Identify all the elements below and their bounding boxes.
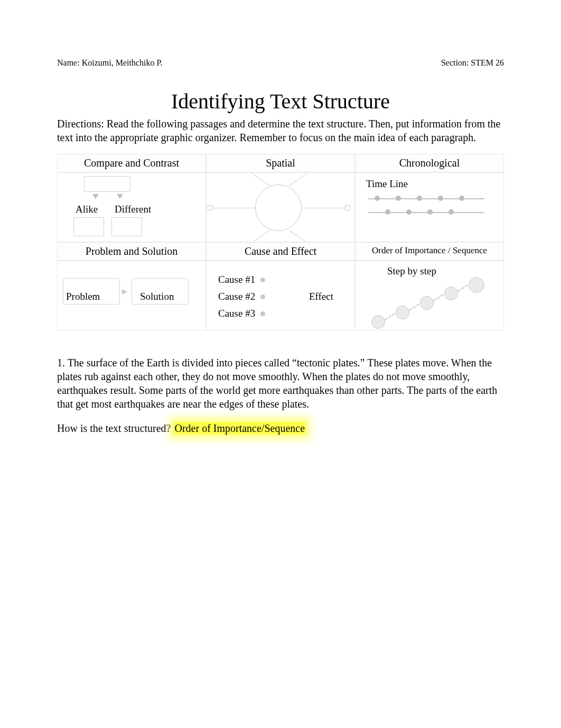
question-1-answer: Order of Importance/Sequence bbox=[174, 422, 306, 435]
header-row: Name: Koizumi, Meithchiko P. Section: ST… bbox=[57, 58, 504, 68]
cause-2-label: Cause #2 bbox=[218, 291, 255, 302]
spatial-circle-icon bbox=[255, 185, 302, 231]
cc-right-box bbox=[111, 217, 142, 236]
spatial-line-br bbox=[289, 231, 313, 242]
section-value: STEM 26 bbox=[471, 58, 504, 67]
problem-solution-header: Problem and Solution bbox=[57, 242, 206, 261]
student-section: Section: STEM 26 bbox=[441, 58, 504, 68]
question-1-prompt: How is the text structured? bbox=[57, 422, 174, 434]
cause-3-label: Cause #3 bbox=[218, 308, 255, 319]
cause-dot-icon bbox=[260, 294, 265, 299]
effect-label: Effect bbox=[309, 291, 333, 302]
seq-step-icon bbox=[371, 315, 385, 329]
solution-label: Solution bbox=[140, 291, 174, 302]
cause-effect-cell: Cause #1 Cause #2 Cause #3 Effect bbox=[206, 261, 355, 330]
ps-arrow-icon bbox=[122, 289, 127, 294]
name-value: Koizumi, Meithchiko P. bbox=[82, 58, 163, 67]
cc-different-label: Different bbox=[115, 204, 151, 215]
timeline-caption: Time Line bbox=[366, 178, 408, 190]
organizers-grid: Compare and Contrast Spatial Chronologic… bbox=[57, 154, 504, 330]
cause-effect-header: Cause and Effect bbox=[206, 242, 355, 261]
sequence-caption: Step by step bbox=[387, 265, 436, 277]
spatial-line-bl bbox=[246, 231, 270, 242]
spatial-line-left bbox=[210, 208, 255, 208]
sequence-cell: Step by step bbox=[355, 261, 504, 330]
cause-3-row: Cause #3 bbox=[218, 308, 265, 319]
spatial-node bbox=[208, 205, 213, 210]
seq-link-icon bbox=[433, 294, 444, 301]
compare-contrast-cell: Alike Different bbox=[57, 172, 206, 242]
cause-1-label: Cause #1 bbox=[218, 274, 255, 285]
problem-label: Problem bbox=[66, 291, 100, 302]
chronological-cell: Time Line bbox=[355, 172, 504, 242]
cc-alike-label: Alike bbox=[76, 204, 98, 215]
cause-dot-icon bbox=[260, 311, 265, 316]
seq-link-icon bbox=[457, 284, 468, 291]
problem-solution-cell: Problem Solution bbox=[57, 261, 206, 330]
cc-right-arrow-icon bbox=[117, 194, 123, 199]
page-title: Identifying Text Structure bbox=[57, 89, 504, 114]
seq-step-icon bbox=[469, 277, 484, 293]
spatial-node bbox=[345, 205, 350, 210]
spatial-line-right bbox=[302, 208, 347, 208]
directions-text: Directions: Read the following passages … bbox=[57, 117, 504, 144]
cc-left-arrow-icon bbox=[92, 194, 99, 199]
seq-step-icon bbox=[420, 296, 434, 310]
spatial-line-tl bbox=[246, 172, 270, 186]
spatial-header: Spatial bbox=[206, 154, 355, 172]
compare-contrast-header: Compare and Contrast bbox=[57, 154, 206, 172]
student-name: Name: Koizumi, Meithchiko P. bbox=[57, 58, 163, 68]
seq-step-icon bbox=[396, 306, 409, 319]
spatial-line-tr bbox=[289, 172, 313, 186]
cc-top-box bbox=[84, 176, 130, 192]
seq-link-icon bbox=[385, 313, 395, 320]
seq-link-icon bbox=[409, 303, 419, 310]
spatial-cell bbox=[206, 172, 355, 242]
cc-left-box bbox=[73, 217, 104, 236]
question-1-row: How is the text structured? Order of Imp… bbox=[57, 422, 504, 435]
seq-step-icon bbox=[444, 287, 458, 300]
passage-1-text: 1. The surface of the Earth is divided i… bbox=[57, 356, 504, 411]
sequence-header: Order of Importance / Sequence bbox=[355, 242, 504, 261]
name-label: Name: bbox=[57, 58, 80, 67]
chronological-header: Chronological bbox=[355, 154, 504, 172]
section-label: Section: bbox=[441, 58, 469, 67]
cause-2-row: Cause #2 bbox=[218, 291, 265, 302]
cause-dot-icon bbox=[260, 278, 265, 282]
cause-1-row: Cause #1 bbox=[218, 274, 265, 285]
